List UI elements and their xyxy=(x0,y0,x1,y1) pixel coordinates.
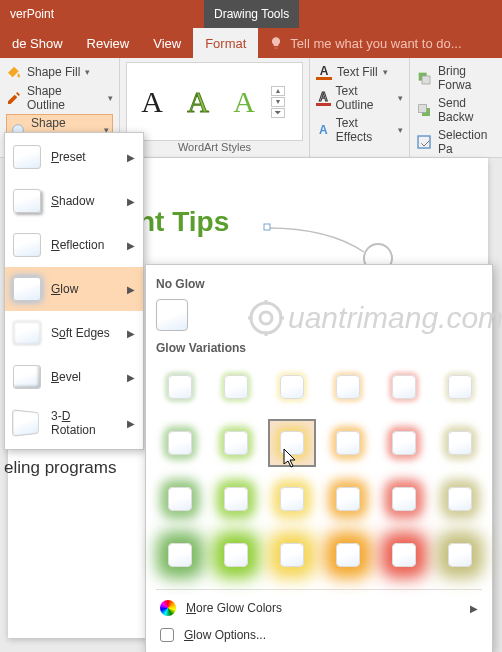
gallery-down-button[interactable]: ▾ xyxy=(271,97,285,107)
glow-variation[interactable] xyxy=(324,363,372,411)
glow-variation[interactable] xyxy=(436,419,484,467)
tab-review[interactable]: Review xyxy=(75,28,142,58)
shape-fill-button[interactable]: Shape Fill ▾ xyxy=(6,62,113,82)
glow-variation[interactable] xyxy=(380,419,428,467)
chevron-down-icon: ▾ xyxy=(398,125,403,135)
rotation-thumb-icon xyxy=(12,409,39,436)
selection-pane-icon xyxy=(416,134,432,150)
glow-variation[interactable] xyxy=(212,475,260,523)
chevron-right-icon: ▶ xyxy=(127,284,135,295)
chevron-down-icon: ▾ xyxy=(398,93,403,103)
glow-variations-heading: Glow Variations xyxy=(156,341,482,355)
glow-variation[interactable] xyxy=(212,531,260,579)
lightbulb-icon xyxy=(268,35,284,51)
chevron-right-icon: ▶ xyxy=(127,418,135,429)
glow-variation[interactable] xyxy=(212,363,260,411)
fx-bevel[interactable]: Bevel ▶ xyxy=(5,355,143,399)
color-wheel-icon xyxy=(160,600,176,616)
context-tab-drawing-tools: Drawing Tools xyxy=(204,0,299,28)
more-glow-colors[interactable]: More Glow Colors ▶ xyxy=(156,594,482,622)
glow-variation[interactable] xyxy=(268,363,316,411)
chevron-right-icon: ▶ xyxy=(127,372,135,383)
text-outline-button[interactable]: A Text Outline ▾ xyxy=(316,82,403,114)
app-title: verPoint xyxy=(0,0,64,28)
chevron-right-icon: ▶ xyxy=(127,196,135,207)
wordart-group-label: WordArt Styles xyxy=(126,141,303,153)
glow-variation[interactable] xyxy=(156,531,204,579)
wordart-gallery[interactable]: A A A ▴ ▾ ⏷ xyxy=(126,62,303,141)
bevel-thumb-icon xyxy=(13,365,41,389)
text-effects-icon: A xyxy=(316,122,331,138)
chevron-right-icon: ▶ xyxy=(470,603,478,614)
selection-pane-button[interactable]: Selection Pa xyxy=(416,126,496,158)
shadow-thumb-icon xyxy=(13,189,41,213)
glow-variation[interactable] xyxy=(156,475,204,523)
shape-effects-menu: Preset ▶ Shadow ▶ Reflection ▶ Glow ▶ So… xyxy=(4,132,144,450)
glow-variation[interactable] xyxy=(380,475,428,523)
glow-thumb-icon xyxy=(13,277,41,301)
pen-icon xyxy=(6,90,22,106)
tab-slideshow[interactable]: de Show xyxy=(0,28,75,58)
bucket-icon xyxy=(6,64,22,80)
fx-preset[interactable]: Preset ▶ xyxy=(5,135,143,179)
chevron-right-icon: ▶ xyxy=(127,328,135,339)
glow-variation[interactable] xyxy=(324,475,372,523)
tab-view[interactable]: View xyxy=(141,28,193,58)
svg-rect-7 xyxy=(264,224,270,230)
glow-variation[interactable] xyxy=(380,531,428,579)
svg-rect-4 xyxy=(419,105,427,113)
tell-me-placeholder: Tell me what you want to do... xyxy=(290,36,461,51)
glow-variation[interactable] xyxy=(324,419,372,467)
no-glow-option[interactable] xyxy=(156,299,188,331)
text-outline-icon: A xyxy=(316,90,331,106)
glow-variation[interactable] xyxy=(156,363,204,411)
chevron-down-icon: ▾ xyxy=(108,93,113,103)
shape-outline-button[interactable]: Shape Outline ▾ xyxy=(6,82,113,114)
chevron-down-icon: ▾ xyxy=(85,67,90,77)
glow-options-icon xyxy=(160,628,174,642)
send-backward-icon xyxy=(416,102,432,118)
glow-variation[interactable] xyxy=(268,475,316,523)
svg-rect-2 xyxy=(422,76,430,84)
no-glow-heading: No Glow xyxy=(156,277,482,291)
reflection-thumb-icon xyxy=(13,233,41,257)
glow-options[interactable]: Glow Options... xyxy=(156,622,482,648)
slide-body-fragment: eling programs xyxy=(4,458,116,478)
tell-me-search[interactable]: Tell me what you want to do... xyxy=(258,28,502,58)
wordart-style-2[interactable]: A xyxy=(179,82,217,122)
preset-thumb-icon xyxy=(13,145,41,169)
chevron-right-icon: ▶ xyxy=(127,152,135,163)
fx-glow[interactable]: Glow ▶ xyxy=(5,267,143,311)
glow-submenu: No Glow Glow Variations More Glow Colors… xyxy=(145,264,493,652)
glow-variation[interactable] xyxy=(436,475,484,523)
glow-variation[interactable] xyxy=(156,419,204,467)
glow-variation[interactable] xyxy=(436,363,484,411)
tab-format[interactable]: Format xyxy=(193,28,258,58)
wordart-style-1[interactable]: A xyxy=(133,82,171,122)
glow-variation[interactable] xyxy=(436,531,484,579)
fx-soft-edges[interactable]: Soft Edges ▶ xyxy=(5,311,143,355)
fx-reflection[interactable]: Reflection ▶ xyxy=(5,223,143,267)
glow-variation[interactable] xyxy=(324,531,372,579)
gallery-up-button[interactable]: ▴ xyxy=(271,86,285,96)
text-effects-button[interactable]: A Text Effects ▾ xyxy=(316,114,403,146)
send-backward-button[interactable]: Send Backw xyxy=(416,94,496,126)
glow-variation[interactable] xyxy=(212,419,260,467)
bring-forward-button[interactable]: Bring Forwa xyxy=(416,62,496,94)
text-fill-icon: A xyxy=(316,64,332,80)
chevron-down-icon: ▾ xyxy=(383,67,388,77)
glow-variation[interactable] xyxy=(268,531,316,579)
soft-edges-thumb-icon xyxy=(13,321,41,345)
bring-forward-icon xyxy=(416,70,432,86)
wordart-style-3[interactable]: A xyxy=(225,82,263,122)
glow-variation[interactable] xyxy=(380,363,428,411)
gallery-more-button[interactable]: ⏷ xyxy=(271,108,285,118)
text-fill-button[interactable]: A Text Fill ▾ xyxy=(316,62,403,82)
chevron-right-icon: ▶ xyxy=(127,240,135,251)
glow-variation[interactable] xyxy=(268,419,316,467)
fx-shadow[interactable]: Shadow ▶ xyxy=(5,179,143,223)
fx-3d-rotation[interactable]: 3-D Rotation ▶ xyxy=(5,399,143,447)
